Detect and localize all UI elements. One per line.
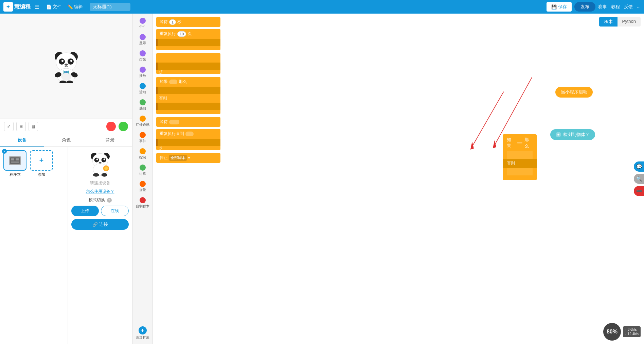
when-start-label: 当小程序启动 bbox=[555, 87, 593, 98]
add-extension[interactable]: + 添加扩展 bbox=[135, 325, 151, 341]
speed-indicator: 80% bbox=[603, 323, 621, 341]
svg-point-32 bbox=[101, 173, 107, 177]
svg-rect-20 bbox=[16, 158, 19, 160]
cat-var[interactable]: 变量 bbox=[138, 179, 147, 194]
cat-play[interactable]: 播放 bbox=[138, 65, 147, 80]
canvas-if-block[interactable]: 如果 那么 否则 bbox=[503, 134, 537, 180]
cat-label-personality: 个性 bbox=[139, 24, 146, 29]
block-wait-cond[interactable]: 等待 bbox=[156, 117, 220, 127]
cat-label-ir: 红外通讯 bbox=[136, 122, 149, 127]
block-stop-dropdown[interactable]: 全部脚本 bbox=[169, 155, 187, 161]
block-repeat-group: 重复执行 10 次 bbox=[156, 29, 220, 50]
svg-line-37 bbox=[472, 92, 504, 147]
cat-label-sense: 感知 bbox=[139, 106, 146, 111]
feedback-link[interactable]: 反馈 bbox=[624, 4, 633, 10]
svg-point-29 bbox=[99, 162, 101, 164]
svg-rect-21 bbox=[11, 161, 19, 163]
menu-edit[interactable]: ✏️ 编辑 bbox=[65, 2, 86, 11]
cat-label-math: 运算 bbox=[139, 171, 146, 176]
blocks-panel: 等待 1 秒 重复执行 10 次 ↺ 如果 bbox=[153, 14, 224, 344]
topbar-right: 赛事 教程 反馈 ··· bbox=[598, 4, 641, 10]
cat-dot-sense bbox=[140, 99, 146, 105]
tutorial-link[interactable]: 教程 bbox=[611, 4, 620, 10]
device-area: × 程序本 + bbox=[0, 147, 132, 344]
device-icon bbox=[8, 155, 22, 167]
block-repeat[interactable]: 重复执行 10 次 bbox=[156, 29, 220, 39]
expand-btn[interactable]: ⤢ bbox=[4, 122, 14, 131]
mode-btns: 上传 在线 bbox=[71, 206, 129, 216]
publish-button[interactable]: 发布 bbox=[574, 2, 595, 12]
cat-dot-display bbox=[140, 34, 146, 40]
view-python-btn[interactable]: Python bbox=[618, 17, 641, 27]
arrows-svg bbox=[448, 27, 644, 344]
tab-device[interactable]: 设备 bbox=[0, 134, 44, 147]
title-input[interactable] bbox=[90, 3, 130, 11]
mode-info-icon[interactable]: ? bbox=[107, 198, 112, 203]
help-link[interactable]: 怎么使用设备？ bbox=[86, 189, 114, 194]
block-ifthen-group: 如果 那么 否则 bbox=[156, 77, 220, 114]
add-icon: + bbox=[139, 326, 147, 334]
cat-custom[interactable]: 自制积木 bbox=[135, 196, 151, 210]
block-repeat-value[interactable]: 10 bbox=[177, 31, 186, 37]
logo-icon: ✦ bbox=[3, 2, 13, 12]
grid-small-btn[interactable]: ▦ bbox=[29, 122, 38, 131]
tab-role[interactable]: 角色 bbox=[44, 134, 88, 147]
cat-personality[interactable]: 个性 bbox=[138, 16, 147, 31]
network-info: ↑ 3.6k/s ↓ 12.4k/s bbox=[623, 326, 641, 337]
stop-btn[interactable] bbox=[106, 122, 116, 131]
view-blocks-btn[interactable]: 积木 bbox=[599, 17, 618, 27]
upload-btn[interactable]: 上传 bbox=[71, 206, 99, 216]
cat-label-event: 事件 bbox=[139, 139, 146, 143]
menu-icon[interactable]: ☰ bbox=[35, 4, 39, 10]
block-repeat-forever[interactable] bbox=[156, 53, 220, 63]
preview-area bbox=[0, 14, 132, 119]
else-label-palette: 否则 bbox=[156, 94, 220, 103]
cat-motion[interactable]: 运动 bbox=[138, 82, 147, 96]
detect-icon: ◈ bbox=[556, 132, 561, 137]
cat-label-light: 灯光 bbox=[139, 57, 146, 62]
svg-point-34 bbox=[104, 167, 108, 170]
tab-background[interactable]: 背景 bbox=[88, 134, 132, 147]
cat-label-display: 显示 bbox=[139, 41, 146, 46]
device-add-btn[interactable]: + bbox=[30, 150, 53, 171]
block-stop[interactable]: 停止 全部脚本 ▾ bbox=[156, 153, 220, 163]
side-search-btn[interactable]: 🔍 bbox=[634, 174, 644, 184]
connect-button[interactable]: 🔗 连接 bbox=[71, 219, 129, 230]
block-ifthen[interactable]: 如果 那么 bbox=[156, 77, 220, 87]
if-true-gap bbox=[507, 151, 533, 159]
contest-link[interactable]: 赛事 bbox=[598, 4, 607, 10]
menu-file[interactable]: 📄 文件 bbox=[43, 2, 64, 11]
run-btn[interactable] bbox=[119, 122, 128, 131]
side-icons: 💬 🔍 ➖ bbox=[634, 161, 644, 196]
cat-label-play: 播放 bbox=[139, 73, 146, 78]
cat-label-custom: 自制积木 bbox=[136, 204, 149, 209]
cat-sense[interactable]: 感知 bbox=[138, 98, 147, 112]
block-repeat-until[interactable]: 重复执行直到 bbox=[156, 129, 220, 139]
cat-display[interactable]: 显示 bbox=[138, 33, 147, 47]
online-btn[interactable]: 在线 bbox=[101, 206, 129, 216]
grid-btn[interactable]: ⊞ bbox=[16, 122, 26, 131]
cat-light[interactable]: 灯光 bbox=[138, 49, 147, 63]
when-start-block[interactable]: 当小程序启动 bbox=[555, 87, 593, 98]
cat-event[interactable]: 事件 bbox=[138, 131, 147, 145]
save-button[interactable]: 💾 保存 bbox=[547, 2, 572, 12]
more-link[interactable]: ··· bbox=[637, 4, 641, 10]
block-wait[interactable]: 等待 1 秒 bbox=[156, 17, 220, 27]
detect-block[interactable]: ◈ 检测到物体？ bbox=[550, 129, 595, 140]
cat-dot-motion bbox=[140, 83, 146, 89]
device-close-btn[interactable]: × bbox=[2, 149, 7, 154]
cat-ir[interactable]: 红外通讯 bbox=[135, 114, 151, 128]
cat-control[interactable]: 控制 bbox=[138, 147, 147, 161]
device-add-item[interactable]: + 添加 bbox=[30, 150, 53, 177]
side-minus-btn[interactable]: ➖ bbox=[634, 186, 644, 196]
if-header: 如果 那么 bbox=[503, 134, 537, 151]
side-chat-btn[interactable]: 💬 bbox=[634, 161, 644, 172]
topbar: ✦ 慧编程 ☰ 📄 文件 ✏️ 编辑 💾 保存 发布 赛事 教程 反馈 ··· bbox=[0, 0, 644, 14]
topbar-menu: 📄 文件 ✏️ 编辑 bbox=[43, 2, 86, 11]
device-left: × 程序本 + bbox=[0, 147, 68, 344]
device-item[interactable]: × 程序本 bbox=[3, 150, 26, 177]
cat-math[interactable]: 运算 bbox=[138, 163, 147, 177]
svg-point-27 bbox=[96, 158, 98, 160]
block-wait-value[interactable]: 1 bbox=[169, 19, 176, 25]
add-label: 添加扩展 bbox=[136, 335, 149, 340]
